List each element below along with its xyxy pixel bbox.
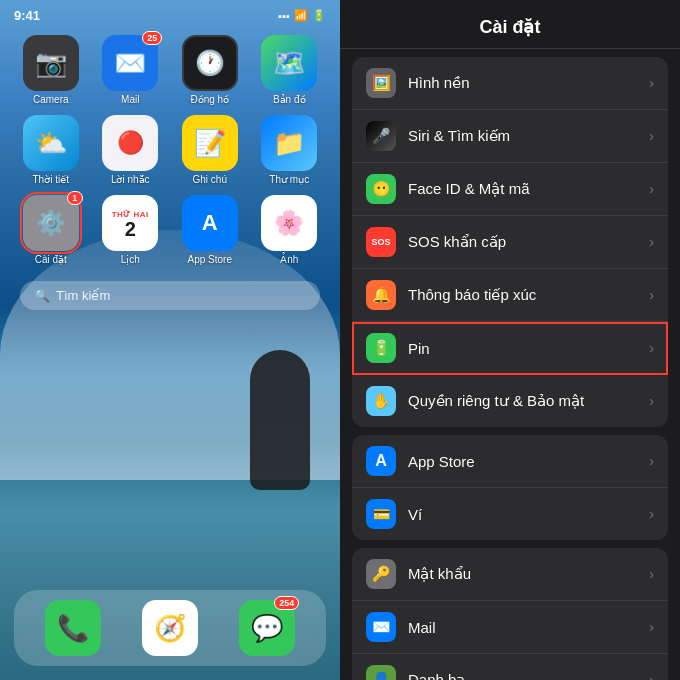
dock-item-phone[interactable]: 📞 (45, 600, 101, 656)
settings-label-wallet: Ví (408, 506, 649, 523)
settings-item-siri[interactable]: 🎤Siri & Tìm kiếm› (352, 110, 668, 163)
chevron-icon-faceid: › (649, 181, 654, 197)
app-label-mail: Mail (121, 94, 139, 105)
app-label-reminders: Lời nhắc (111, 174, 150, 185)
status-icons: ▪▪▪ 📶 🔋 (278, 9, 326, 22)
settings-label-wallpaper: Hình nền (408, 74, 649, 92)
settings-item-faceid[interactable]: 😶Face ID & Mật mã› (352, 163, 668, 216)
settings-section: 🖼️Hình nền›🎤Siri & Tìm kiếm›😶Face ID & M… (340, 57, 680, 680)
settings-group-1: AApp Store›💳Ví› (352, 435, 668, 540)
app-icon-maps: 🗺️ (261, 35, 317, 91)
app-icon-settings: ⚙️1 (23, 195, 79, 251)
settings-label-faceid: Face ID & Mật mã (408, 180, 649, 198)
dock-icon-safari: 🧭 (142, 600, 198, 656)
app-label-photos: Ảnh (280, 254, 298, 265)
app-item-weather[interactable]: ⛅Thời tiết (16, 115, 86, 185)
dock-icon-messages: 💬254 (239, 600, 295, 656)
app-icon-calendar: THỨ HAI 2 (102, 195, 158, 251)
settings-label-privacy: Quyền riêng tư & Bảo mật (408, 392, 649, 410)
chevron-icon-sos: › (649, 234, 654, 250)
app-icon-reminders: 🔴 (102, 115, 158, 171)
app-item-photos[interactable]: 🌸Ảnh (255, 195, 325, 265)
app-label-clock: Đồng hồ (190, 94, 229, 105)
chevron-icon-wallet: › (649, 506, 654, 522)
app-item-notes[interactable]: 📝Ghi chú (175, 115, 245, 185)
chevron-icon-mail: › (649, 619, 654, 635)
chevron-icon-notification: › (649, 287, 654, 303)
settings-item-wallpaper[interactable]: 🖼️Hình nền› (352, 57, 668, 110)
settings-icon-mail: ✉️ (366, 612, 396, 642)
settings-item-mail[interactable]: ✉️Mail› (352, 601, 668, 654)
app-icon-weather: ⛅ (23, 115, 79, 171)
app-icon-mail: ✉️25 (102, 35, 158, 91)
app-label-weather: Thời tiết (33, 174, 69, 185)
app-item-appstore[interactable]: AApp Store (175, 195, 245, 265)
app-item-mail[interactable]: ✉️25Mail (96, 35, 166, 105)
signal-icon: ▪▪▪ (278, 10, 290, 22)
settings-icon-appstore: A (366, 446, 396, 476)
app-icon-photos: 🌸 (261, 195, 317, 251)
app-item-calendar[interactable]: THỨ HAI 2 Lịch (96, 195, 166, 265)
app-label-folder: Thư mục (269, 174, 309, 185)
iphone-home-screen: 9:41 ▪▪▪ 📶 🔋 📷Camera✉️25Mail🕐Đồng hồ🗺️Bả… (0, 0, 340, 680)
app-item-camera[interactable]: 📷Camera (16, 35, 86, 105)
app-item-clock[interactable]: 🕐Đồng hồ (175, 35, 245, 105)
wifi-icon: 📶 (294, 9, 308, 22)
settings-icon-privacy: ✋ (366, 386, 396, 416)
settings-icon-wallpaper: 🖼️ (366, 68, 396, 98)
settings-label-appstore: App Store (408, 453, 649, 470)
app-label-maps: Bản đồ (273, 94, 306, 105)
settings-item-sos[interactable]: SOSSOS khẩn cấp› (352, 216, 668, 269)
settings-item-password[interactable]: 🔑Mật khẩu› (352, 548, 668, 601)
chevron-icon-appstore: › (649, 453, 654, 469)
status-bar: 9:41 ▪▪▪ 📶 🔋 (0, 0, 340, 27)
chevron-icon-siri: › (649, 128, 654, 144)
settings-label-battery: Pin (408, 340, 649, 357)
chevron-icon-wallpaper: › (649, 75, 654, 91)
settings-title: Cài đặt (358, 16, 662, 38)
settings-icon-notification: 🔔 (366, 280, 396, 310)
search-icon: 🔍 (34, 288, 50, 303)
app-item-maps[interactable]: 🗺️Bản đồ (255, 35, 325, 105)
search-bar[interactable]: 🔍 Tìm kiếm (20, 281, 320, 310)
dock-item-messages[interactable]: 💬254 (239, 600, 295, 656)
status-time: 9:41 (14, 8, 40, 23)
dock-badge-messages: 254 (274, 596, 299, 610)
settings-label-mail: Mail (408, 619, 649, 636)
app-icon-folder: 📁 (261, 115, 317, 171)
app-label-calendar: Lịch (121, 254, 140, 265)
app-icon-clock: 🕐 (182, 35, 238, 91)
app-grid: 📷Camera✉️25Mail🕐Đồng hồ🗺️Bản đồ⛅Thời tiế… (0, 27, 340, 273)
settings-group-0: 🖼️Hình nền›🎤Siri & Tìm kiếm›😶Face ID & M… (352, 57, 668, 427)
settings-label-notification: Thông báo tiếp xúc (408, 286, 649, 304)
settings-item-battery[interactable]: 🔋Pin› (352, 322, 668, 375)
dock-icon-phone: 📞 (45, 600, 101, 656)
settings-item-notification[interactable]: 🔔Thông báo tiếp xúc› (352, 269, 668, 322)
chevron-icon-battery: › (649, 340, 654, 356)
settings-item-wallet[interactable]: 💳Ví› (352, 488, 668, 540)
settings-item-appstore[interactable]: AApp Store› (352, 435, 668, 488)
settings-label-password: Mật khẩu (408, 565, 649, 583)
settings-icon-wallet: 💳 (366, 499, 396, 529)
settings-item-contacts[interactable]: 👤Danh bạ› (352, 654, 668, 680)
settings-panel: Cài đặt 🖼️Hình nền›🎤Siri & Tìm kiếm›😶Fac… (340, 0, 680, 680)
app-item-folder[interactable]: 📁Thư mục (255, 115, 325, 185)
badge-settings: 1 (67, 191, 83, 205)
badge-mail: 25 (142, 31, 162, 45)
settings-icon-faceid: 😶 (366, 174, 396, 204)
settings-icon-contacts: 👤 (366, 665, 396, 680)
settings-label-contacts: Danh bạ (408, 671, 649, 680)
settings-item-privacy[interactable]: ✋Quyền riêng tư & Bảo mật› (352, 375, 668, 427)
app-icon-camera: 📷 (23, 35, 79, 91)
chevron-icon-password: › (649, 566, 654, 582)
chevron-icon-contacts: › (649, 672, 654, 680)
chevron-icon-privacy: › (649, 393, 654, 409)
app-label-settings: Cài đặt (35, 254, 67, 265)
battery-icon: 🔋 (312, 9, 326, 22)
app-item-reminders[interactable]: 🔴Lời nhắc (96, 115, 166, 185)
dock-item-safari[interactable]: 🧭 (142, 600, 198, 656)
settings-group-2: 🔑Mật khẩu›✉️Mail›👤Danh bạ›📅Lịch›📝Ghi chú… (352, 548, 668, 680)
app-item-settings[interactable]: ⚙️1Cài đặt (16, 195, 86, 265)
settings-icon-battery: 🔋 (366, 333, 396, 363)
settings-icon-password: 🔑 (366, 559, 396, 589)
